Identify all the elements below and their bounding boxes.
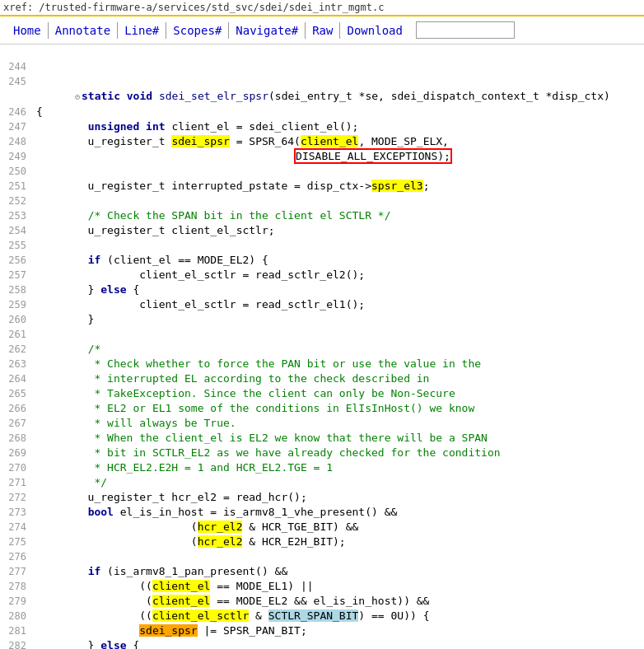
code-line: 254 u_register_t client_el_sctlr; — [0, 223, 644, 238]
code-line: 258 } else { — [0, 282, 644, 297]
nav-item-scopes[interactable]: Scopes# — [166, 22, 229, 39]
code-line: 260 } — [0, 312, 644, 327]
code-line: 273 bool el_is_in_host = is_armv8_1_vhe_… — [0, 505, 644, 520]
code-line: 276 — [0, 549, 644, 564]
code-line: 245 ⊝static void sdei_set_elr_spsr(sdei_… — [0, 74, 644, 105]
code-line: 248 u_register_t sdei_spsr = SPSR_64(cli… — [0, 134, 644, 149]
code-line: 266 * EL2 or EL1 some of the conditions … — [0, 401, 644, 416]
code-line: 256 if (client_el == MODE_EL2) { — [0, 253, 644, 268]
code-line: 261 — [0, 327, 644, 342]
code-line: 247 unsigned int client_el = sdei_client… — [0, 119, 644, 134]
nav-item-raw[interactable]: Raw — [306, 22, 340, 39]
nav-item-download[interactable]: Download — [340, 22, 408, 39]
code-line: 281 sdei_spsr |= SPSR_PAN_BIT; — [0, 623, 644, 638]
nav-item-home[interactable]: Home — [7, 22, 49, 39]
code-line: 282 } else { — [0, 638, 644, 649]
nav-item-annotate[interactable]: Annotate — [49, 22, 118, 39]
code-line: 280 ((client_el_sctlr & SCTLR_SPAN_BIT) … — [0, 609, 644, 623]
code-line: 257 client_el_sctlr = read_sctlr_el2(); — [0, 268, 644, 282]
nav-bar: HomeAnnotateLine#Scopes#Navigate#RawDown… — [0, 16, 644, 44]
code-line: 279 (client_el == MODE_EL2 && el_is_in_h… — [0, 594, 644, 609]
code-line: 244 — [0, 59, 644, 74]
code-line: 252 — [0, 194, 644, 208]
code-line: 250 — [0, 164, 644, 179]
code-line: 255 — [0, 238, 644, 253]
file-path: xref: /trusted-firmware-a/services/std_s… — [3, 2, 384, 13]
code-line: 246 { — [0, 105, 644, 119]
code-line: 271 */ — [0, 475, 644, 490]
code-line: 275 (hcr_el2 & HCR_E2H_BIT); — [0, 535, 644, 549]
collapse-icon[interactable]: ⊝ — [75, 92, 80, 101]
code-line: 268 * When the client_el is EL2 we know … — [0, 431, 644, 446]
code-line: 267 * will always be True. — [0, 416, 644, 431]
code-line: 263 * Check whether to force the PAN bit… — [0, 357, 644, 371]
code-line — [0, 44, 644, 59]
code-line: 251 u_register_t interrupted_pstate = di… — [0, 179, 644, 194]
code-line: 262 /* — [0, 342, 644, 357]
top-bar: xref: /trusted-firmware-a/services/std_s… — [0, 0, 644, 16]
code-line: 278 ((client_el == MODE_EL1) || — [0, 579, 644, 594]
nav-item-navigate[interactable]: Navigate# — [229, 22, 306, 39]
code-line: 259 client_el_sctlr = read_sctlr_el1(); — [0, 297, 644, 312]
code-line: 272 u_register_t hcr_el2 = read_hcr(); — [0, 490, 644, 505]
code-line: 274 (hcr_el2 & HCR_TGE_BIT) && — [0, 520, 644, 535]
code-line: 265 * TakeException. Since the client ca… — [0, 386, 644, 401]
code-line: 270 * HCR_EL2.E2H = 1 and HCR_EL2.TGE = … — [0, 460, 644, 475]
nav-search-input[interactable] — [416, 21, 515, 39]
code-line: 277 if (is_armv8_1_pan_present() && — [0, 564, 644, 579]
code-line: 264 * interrupted EL according to the ch… — [0, 371, 644, 386]
code-area: 244 245 ⊝static void sdei_set_elr_spsr(s… — [0, 44, 644, 649]
code-line: 249 DISABLE_ALL_EXCEPTIONS); — [0, 149, 644, 164]
code-line: 269 * bit in SCTLR_EL2 as we have alread… — [0, 446, 644, 460]
code-line: 253 /* Check the SPAN bit in the client … — [0, 208, 644, 223]
nav-item-line[interactable]: Line# — [118, 22, 166, 39]
